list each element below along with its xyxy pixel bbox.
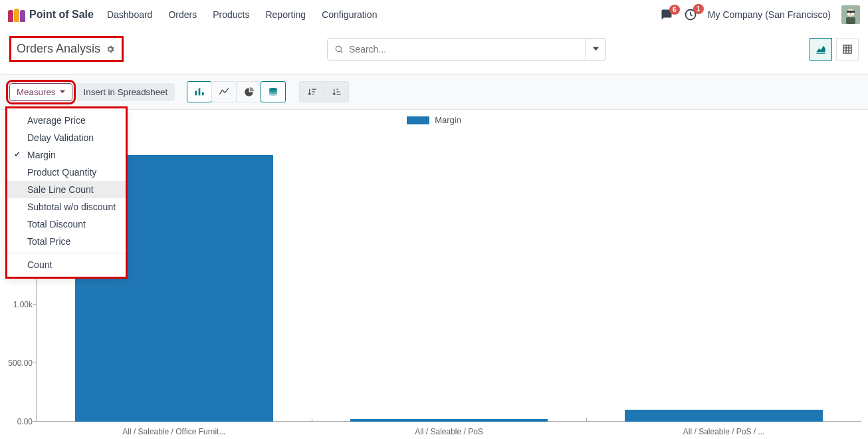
nav-products[interactable]: Products [213, 9, 249, 20]
measure-product-quantity[interactable]: Product Quantity [7, 164, 126, 181]
measure-total-discount[interactable]: Total Discount [7, 216, 126, 233]
chart-area: Margin 0.00500.001.00kAll / Saleable / O… [0, 110, 868, 439]
search-options-toggle[interactable] [586, 38, 606, 61]
activities-badge: 1 [693, 4, 704, 14]
nav-orders[interactable]: Orders [168, 9, 197, 20]
svg-rect-4 [847, 13, 850, 15]
measure-delay-validation[interactable]: Delay Validation [7, 129, 126, 146]
page-title: Orders Analysis [17, 42, 100, 56]
stack-icon [268, 87, 278, 96]
chart-bar[interactable] [625, 410, 823, 422]
search [327, 38, 606, 61]
y-tick-label: 0.00 [17, 417, 37, 426]
graph-toolbar: Measures Average Price Delay Validation … [0, 74, 868, 110]
search-box[interactable] [327, 38, 586, 61]
gear-icon[interactable] [106, 45, 115, 54]
top-nav: Point of Sale Dashboard Orders Products … [0, 0, 868, 29]
view-graph-button[interactable] [810, 38, 832, 61]
breadcrumb: Orders Analysis [9, 36, 124, 62]
svg-point-7 [336, 46, 341, 51]
activities-icon[interactable]: 1 [684, 8, 697, 21]
nav-dashboard[interactable]: Dashboard [107, 9, 153, 20]
view-pivot-button[interactable] [836, 38, 859, 61]
caret-down-icon [60, 89, 65, 94]
messaging-icon[interactable]: 6 [660, 9, 673, 21]
sort-asc-button[interactable] [324, 81, 349, 102]
nav-links: Dashboard Orders Products Reporting Conf… [107, 9, 378, 20]
search-input[interactable] [349, 44, 579, 55]
measures-dropdown: Average Price Delay Validation Margin Pr… [7, 108, 126, 277]
user-avatar[interactable] [841, 5, 860, 24]
legend-swatch [407, 116, 429, 124]
chart-pie-button[interactable] [236, 81, 261, 102]
chart-line-button[interactable] [211, 81, 237, 102]
menu-divider [7, 253, 126, 253]
y-tick-label: 1.00k [13, 300, 37, 309]
measure-average-price[interactable]: Average Price [7, 112, 126, 129]
pie-chart-icon [244, 87, 254, 97]
x-tick-label: All / Saleable / PoS / ... [683, 422, 765, 436]
measure-count[interactable]: Count [7, 256, 126, 273]
pivot-icon [842, 44, 853, 55]
svg-rect-16 [202, 92, 204, 96]
y-tick-label: 500.00 [8, 359, 37, 368]
svg-rect-6 [846, 17, 855, 24]
svg-rect-15 [199, 88, 201, 96]
svg-line-8 [341, 51, 343, 53]
bar-chart-icon [194, 87, 205, 96]
chart-type-buttons [187, 81, 286, 102]
chart-legend[interactable]: Margin [7, 115, 861, 125]
area-chart-icon [815, 45, 826, 54]
insert-in-spreadsheet-button[interactable]: Insert in Spreadsheet [76, 83, 175, 101]
measure-margin[interactable]: Margin [7, 146, 126, 164]
caret-down-icon [593, 46, 599, 52]
chart-bar-button[interactable] [187, 81, 212, 102]
view-switcher [810, 38, 859, 61]
sort-asc-icon [332, 87, 342, 96]
sort-buttons [299, 81, 349, 102]
chart-stacked-button[interactable] [261, 81, 286, 102]
measure-sale-line-count[interactable]: Sale Line Count [7, 181, 126, 198]
sort-desc-button[interactable] [299, 81, 324, 102]
x-tick-label: All / Saleable / Office Furnit... [122, 422, 225, 436]
company-selector[interactable]: My Company (San Francisco) [708, 9, 831, 20]
measure-total-price[interactable]: Total Price [7, 233, 126, 250]
legend-label: Margin [435, 115, 461, 125]
control-panel: Orders Analysis [0, 29, 868, 74]
svg-rect-14 [195, 91, 197, 96]
topnav-right: 6 1 My Company (San Francisco) [660, 5, 860, 24]
measure-subtotal-wo-discount[interactable]: Subtotal w/o discount [7, 198, 126, 216]
chart-plot: 0.00500.001.00kAll / Saleable / Office F… [36, 129, 861, 422]
nav-configuration[interactable]: Configuration [322, 9, 377, 20]
line-chart-icon [219, 87, 229, 96]
search-icon [334, 45, 344, 54]
app-logo[interactable] [8, 7, 25, 22]
app-name[interactable]: Point of Sale [29, 9, 94, 21]
sort-desc-icon [307, 87, 317, 96]
measures-button[interactable]: Measures [9, 83, 72, 101]
messages-badge: 6 [669, 5, 680, 15]
svg-rect-5 [851, 13, 854, 15]
measures-label: Measures [17, 87, 56, 97]
svg-rect-9 [843, 45, 851, 53]
nav-reporting[interactable]: Reporting [265, 9, 306, 20]
x-tick-label: All / Saleable / PoS [415, 422, 483, 436]
